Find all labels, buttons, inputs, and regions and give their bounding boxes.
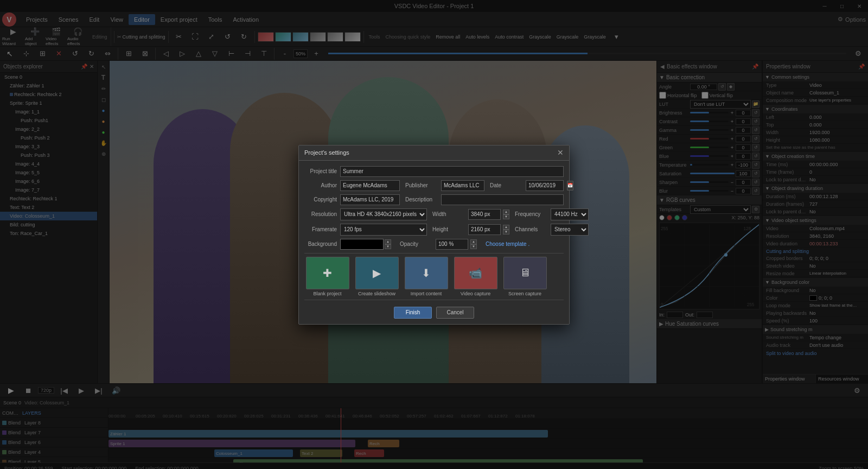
channels-label: Channels (515, 226, 547, 232)
framerate-select[interactable]: 120 fps (340, 224, 427, 236)
frequency-label: Frequency (515, 211, 547, 217)
background-label: Background (304, 241, 337, 247)
height-input[interactable] (468, 224, 501, 235)
project-title-label: Project title (304, 168, 337, 174)
template-video[interactable]: 📹 Video capture (452, 257, 499, 296)
project-title-row: Project title (304, 166, 564, 177)
calendar-btn[interactable]: 📅 (567, 181, 573, 191)
width-arrows: ▲ ▼ (503, 210, 509, 219)
width-up[interactable]: ▲ (503, 210, 509, 214)
copyright-input[interactable] (340, 194, 400, 205)
modal-footer: Finish Cancel (304, 305, 564, 319)
modal-title-text: Project's settings (304, 149, 349, 156)
template-blank[interactable]: ✚ Blank project (304, 257, 350, 296)
resolution-select[interactable]: Ultra HD 4K 3840x2160 pixels (16… (340, 208, 427, 220)
width-label: Width (432, 211, 465, 217)
slideshow-thumb: ▶ (355, 257, 399, 289)
width-down[interactable]: ▼ (503, 214, 509, 219)
video-thumb: 📹 (454, 257, 497, 289)
modal-close-btn[interactable]: ✕ (557, 149, 564, 156)
opacity-label: Opacity (400, 241, 432, 247)
slideshow-label: Create slideshow (358, 291, 395, 296)
cancel-btn[interactable]: Cancel (436, 307, 474, 319)
date-label: Date (490, 182, 522, 188)
framerate-label: Framerate (304, 226, 337, 232)
project-settings-dialog: Project's settings ✕ Project title Autho… (298, 145, 570, 325)
import-label: Import content (411, 291, 442, 296)
copyright-row: Copyright Description (304, 194, 564, 205)
template-import[interactable]: ⬇ Import content (403, 257, 449, 296)
template-slideshow[interactable]: ▶ Create slideshow (354, 257, 400, 296)
channels-select[interactable]: Stereo (551, 224, 589, 236)
background-row: Background ▲ ▼ Opacity ▲ ▼ Choose (304, 239, 564, 250)
resolution-label: Resolution (304, 211, 337, 217)
opacity-up[interactable]: ▲ (470, 239, 477, 244)
date-input[interactable] (526, 180, 564, 191)
bg-color-swatch[interactable] (340, 239, 384, 250)
resolution-row: Resolution Ultra HD 4K 3840x2160 pixels … (304, 208, 564, 220)
height-up[interactable]: ▲ (503, 225, 509, 230)
publisher-input[interactable] (441, 180, 484, 191)
blank-label: Blank project (313, 291, 341, 296)
width-inputs: ▲ ▼ (468, 209, 509, 220)
bg-down[interactable]: ▼ (385, 244, 391, 249)
template-screen[interactable]: 🖥 Screen capture (502, 257, 548, 296)
description-input[interactable] (441, 194, 564, 205)
framerate-row: Framerate 120 fps Height ▲ ▼ Channels St… (304, 224, 564, 236)
height-arrows: ▲ ▼ (503, 225, 509, 234)
templates-grid: ✚ Blank project ▶ Create slideshow ⬇ Imp… (304, 253, 564, 300)
copyright-label: Copyright (304, 197, 337, 202)
blank-thumb: ✚ (306, 257, 349, 289)
modal-overlay: Project's settings ✕ Project title Autho… (0, 0, 868, 469)
author-input[interactable] (340, 180, 400, 191)
modal-title: Project's settings ✕ (299, 145, 569, 161)
description-label: Description (405, 197, 438, 202)
width-input[interactable] (468, 209, 501, 220)
height-label: Height (432, 226, 465, 232)
modal-body: Project title Author Publisher Date 📅 Co… (299, 161, 569, 324)
author-row: Author Publisher Date 📅 (304, 180, 564, 191)
height-inputs: ▲ ▼ (468, 224, 509, 235)
bg-arrows: ▲ ▼ (385, 239, 391, 249)
finish-btn[interactable]: Finish (394, 307, 432, 319)
screen-capture-label: Screen capture (508, 291, 541, 296)
publisher-label: Publisher (405, 182, 438, 188)
opacity-arrows: ▲ ▼ (470, 239, 477, 249)
author-label: Author (304, 182, 337, 188)
bg-color-picker: ▲ ▼ (340, 239, 391, 250)
opacity-input[interactable] (436, 239, 468, 250)
height-down[interactable]: ▼ (503, 230, 509, 234)
import-thumb: ⬇ (405, 257, 448, 289)
choose-template-btn[interactable]: Choose template . (486, 241, 529, 247)
project-title-input[interactable] (340, 166, 564, 177)
frequency-select[interactable]: 44100 Hz (551, 208, 589, 220)
bg-up[interactable]: ▲ (385, 239, 391, 244)
opacity-down[interactable]: ▼ (470, 244, 477, 249)
opacity-inputs: ▲ ▼ (436, 239, 477, 250)
screen-thumb: 🖥 (503, 257, 547, 289)
video-capture-label: Video capture (461, 291, 490, 296)
